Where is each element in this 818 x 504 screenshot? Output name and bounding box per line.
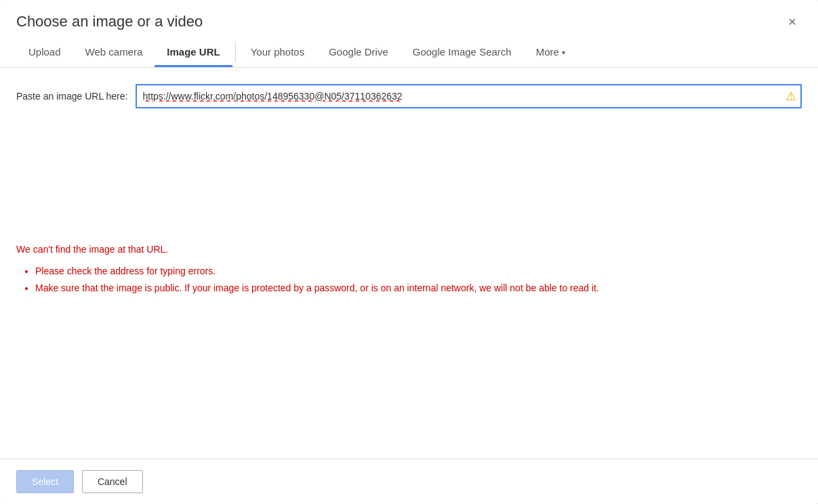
url-input[interactable] [136,84,802,108]
tab-image-url[interactable]: Image URL [155,39,232,67]
tab-google-drive[interactable]: Google Drive [316,39,401,67]
tab-upload[interactable]: Upload [16,39,73,67]
dialog-header: Choose an image or a video × [0,0,818,39]
tab-web-camera[interactable]: Web camera [73,39,155,67]
tabs-bar: Upload Web camera Image URL Your photos … [0,39,818,68]
select-button[interactable]: Select [16,470,74,493]
tab-google-image-search[interactable]: Google Image Search [401,39,524,67]
close-button[interactable]: × [783,12,802,31]
error-item-1: Please check the address for typing erro… [35,263,802,280]
url-label: Paste an image URL here: [16,91,127,102]
tab-your-photos[interactable]: Your photos [239,39,317,67]
error-main-message: We can't find the image at that URL. [16,244,802,255]
cancel-button[interactable]: Cancel [82,470,143,493]
chevron-down-icon: ▾ [562,49,565,56]
tab-divider [235,43,236,62]
dialog-body: Paste an image URL here: ⚠ We can't find… [0,68,818,459]
url-row: Paste an image URL here: ⚠ [16,84,802,108]
error-list: Please check the address for typing erro… [16,263,802,297]
dialog: Choose an image or a video × Upload Web … [0,0,818,504]
dialog-footer: Select Cancel [0,459,818,504]
tab-more-label: More [536,46,559,58]
tab-more[interactable]: More ▾ [524,39,577,67]
url-input-wrapper: ⚠ [136,84,802,108]
error-section: We can't find the image at that URL. Ple… [16,244,802,297]
error-item-2: Make sure that the image is public. If y… [35,280,802,297]
dialog-title: Choose an image or a video [16,13,203,30]
